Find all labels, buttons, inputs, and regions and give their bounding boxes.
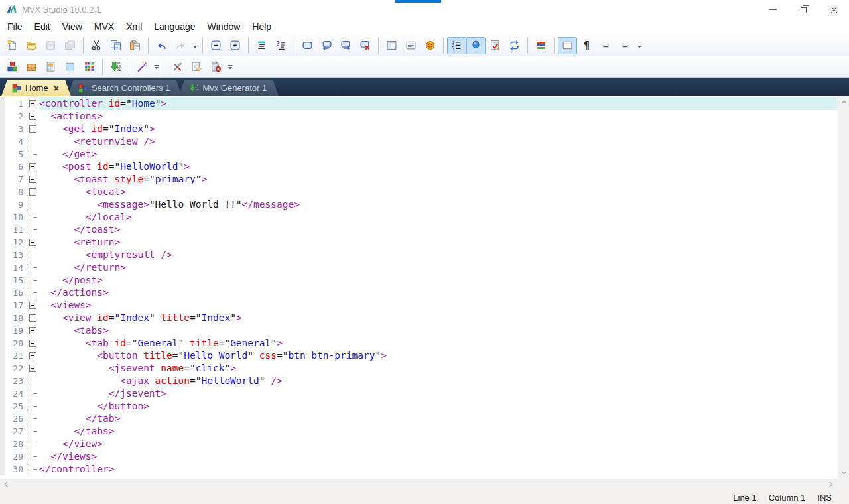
delete-node-button[interactable] (356, 37, 375, 54)
editor-line-30[interactable]: 30</controller> (0, 463, 849, 475)
expand-node-button[interactable] (226, 37, 245, 54)
editor-line-17[interactable]: 17 <views> (0, 299, 849, 312)
fold-collapse-icon[interactable] (27, 299, 39, 312)
tab-close-icon[interactable]: × (54, 84, 59, 93)
editor-line-24[interactable]: 24 </jsevent> (0, 387, 849, 400)
menu-item-mvx[interactable]: MVX (88, 20, 120, 33)
editor-line-27[interactable]: 27 </tabs> (0, 425, 849, 438)
validate-document-button[interactable] (486, 37, 505, 54)
editor-line-1[interactable]: 1<controller id="Home"> (0, 97, 849, 110)
editor-line-14[interactable]: 14 </return> (0, 261, 849, 274)
clipboard-error-button[interactable] (206, 58, 226, 76)
editor-line-8[interactable]: 8 <local> (0, 186, 849, 198)
components-button[interactable] (3, 58, 22, 76)
split-view-button[interactable] (382, 37, 401, 54)
navigate-forward-node-button[interactable] (336, 37, 356, 54)
new-file-button[interactable] (3, 37, 22, 54)
editor-line-2[interactable]: 2 <actions> (0, 110, 849, 123)
fold-collapse-icon[interactable] (27, 349, 39, 362)
minimize-button[interactable] (757, 0, 788, 19)
toolbar-overflow-button[interactable] (635, 37, 643, 54)
code-editor[interactable]: 1<controller id="Home">2 <actions>3 <get… (0, 96, 849, 479)
fold-collapse-icon[interactable] (27, 173, 39, 186)
scroll-up-icon[interactable] (840, 99, 848, 106)
editor-line-15[interactable]: 15 </post> (0, 274, 849, 286)
editor-line-23[interactable]: 23 <ajax action="HelloWorld" /> (0, 375, 849, 387)
fold-collapse-icon[interactable] (27, 362, 39, 375)
tab-search-controllers-1[interactable]: Search Controllers 1 (68, 80, 182, 96)
toolbar-overflow-button[interactable] (190, 37, 199, 54)
editor-line-11[interactable]: 11 </toast> (0, 223, 849, 236)
save-button[interactable] (41, 37, 60, 54)
editor-line-26[interactable]: 26 </tab> (0, 412, 849, 425)
save-all-button[interactable] (60, 37, 80, 54)
vertical-scrollbar[interactable] (838, 96, 849, 479)
format-document-button[interactable] (252, 37, 271, 54)
fold-collapse-icon[interactable] (27, 186, 39, 198)
copy-button[interactable] (106, 37, 125, 54)
open-folder-button[interactable] (22, 37, 41, 54)
redo-button[interactable] (171, 37, 190, 54)
glass-panel-button[interactable] (60, 58, 80, 76)
editor-line-18[interactable]: 18 <view id="Index" title="Index"> (0, 312, 849, 324)
node-button[interactable] (298, 37, 317, 54)
show-space-double-button[interactable] (616, 37, 635, 54)
fold-collapse-icon[interactable] (27, 110, 39, 123)
editor-line-21[interactable]: 21 <button title="Hello World" css="btn … (0, 349, 849, 362)
archive-tray-button[interactable] (22, 58, 41, 76)
color-grid-button[interactable] (80, 58, 99, 76)
menu-item-window[interactable]: Window (202, 20, 247, 33)
fold-collapse-icon[interactable] (27, 160, 39, 173)
editor-line-19[interactable]: 19 <tabs> (0, 324, 849, 337)
toggle-wrap-button[interactable] (505, 37, 524, 54)
show-paragraph-marks-button[interactable]: ¶ (577, 37, 596, 54)
editor-line-12[interactable]: 12 <return> (0, 236, 849, 249)
editor-line-22[interactable]: 22 <jsevent name="click"> (0, 362, 849, 375)
toolbar-overflow-button[interactable] (226, 58, 234, 76)
editor-line-13[interactable]: 13 <emptyresult /> (0, 249, 849, 261)
editor-line-4[interactable]: 4 <returnview /> (0, 135, 849, 148)
close-button[interactable] (818, 0, 849, 19)
editor-line-6[interactable]: 6 <post id="HelloWorld"> (0, 160, 849, 173)
menu-item-xml[interactable]: Xml (120, 20, 148, 33)
editor-line-16[interactable]: 16 </actions> (0, 286, 849, 299)
editor-line-25[interactable]: 25 </button> (0, 400, 849, 412)
editor-line-3[interactable]: 3 <get id="Index"> (0, 123, 849, 135)
show-hints-button[interactable] (466, 37, 486, 54)
restore-button[interactable] (788, 0, 818, 19)
collapse-node-button[interactable] (206, 37, 226, 54)
fold-collapse-icon[interactable] (27, 312, 39, 324)
tools-options-button[interactable] (168, 58, 187, 76)
editor-line-9[interactable]: 9 <message>"Hello World !!"</message> (0, 198, 849, 211)
scroll-right-icon[interactable] (827, 481, 834, 488)
tab-mvx-generator-1[interactable]: Mvx Generator 1 (178, 80, 279, 96)
show-space-single-button[interactable] (596, 37, 616, 54)
menu-item-view[interactable]: View (56, 20, 88, 33)
editor-line-5[interactable]: 5 </get> (0, 148, 849, 160)
fold-collapse-icon[interactable] (27, 123, 39, 135)
cut-button[interactable] (87, 37, 106, 54)
menu-item-edit[interactable]: Edit (29, 20, 56, 33)
tab-home[interactable]: Home× (1, 80, 71, 96)
new-window-button[interactable] (558, 37, 577, 54)
output-console-button[interactable] (401, 37, 421, 54)
fold-collapse-icon[interactable] (27, 97, 39, 110)
fold-collapse-icon[interactable] (27, 236, 39, 249)
undo-button[interactable] (152, 37, 171, 54)
form-template-button[interactable] (41, 58, 60, 76)
format-with-prompt-button[interactable]: ? (271, 37, 291, 54)
editor-line-7[interactable]: 7 <toast style="primary"> (0, 173, 849, 186)
menu-item-file[interactable]: File (1, 20, 29, 33)
editor-line-29[interactable]: 29 </views> (0, 450, 849, 463)
fold-collapse-icon[interactable] (27, 337, 39, 349)
scroll-left-icon[interactable] (3, 481, 10, 488)
editor-line-28[interactable]: 28 </view> (0, 438, 849, 450)
emoticon-button[interactable] (421, 37, 440, 54)
menu-item-language[interactable]: Language (148, 20, 201, 33)
editor-line-20[interactable]: 20 <tab id="General" title="General"> (0, 337, 849, 349)
fold-collapse-icon[interactable] (27, 324, 39, 337)
toolbar-overflow-button[interactable] (152, 58, 161, 76)
paste-button[interactable] (125, 37, 145, 54)
menu-item-help[interactable]: Help (246, 20, 277, 33)
wizard-wand-button[interactable] (133, 58, 152, 76)
